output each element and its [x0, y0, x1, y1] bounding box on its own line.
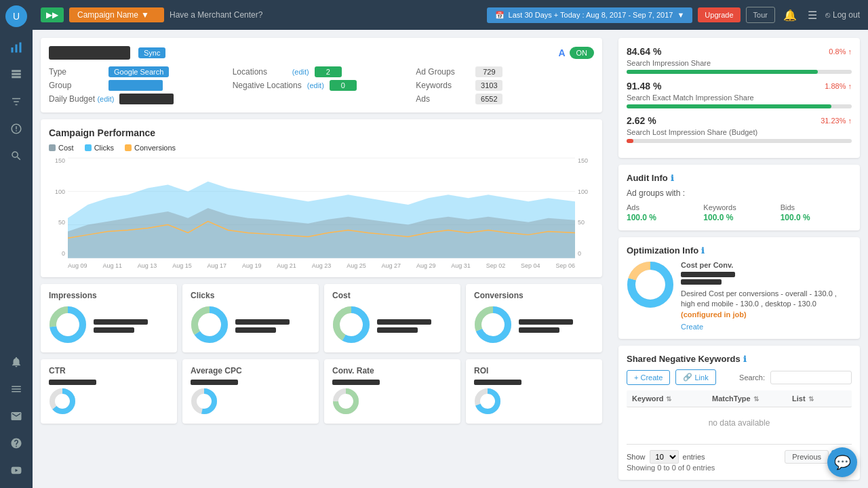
legend-clicks: Clicks	[85, 144, 114, 152]
logout-icon: ⎋	[825, 10, 830, 20]
keyword-sort-icon[interactable]: ⇅	[666, 395, 671, 403]
right-panel: 84.64 % 0.8% ↑ Search Impression Share 9…	[610, 30, 868, 488]
upgrade-button[interactable]: Upgrade	[698, 7, 740, 22]
sidebar-icon-menu[interactable]	[4, 377, 28, 401]
notification-icon[interactable]: 🔔	[781, 6, 800, 24]
menu-icon[interactable]: ☰	[805, 6, 820, 24]
roi-bar	[474, 380, 521, 385]
ad-groups-item: Ad Groups 729	[416, 66, 594, 77]
optim-title: Optimization Info ℹ	[627, 245, 852, 256]
play-button[interactable]: ▶▶	[41, 7, 64, 22]
roi-card: ROI	[466, 359, 602, 424]
cost-title: Cost	[332, 291, 452, 300]
clicks-content	[191, 306, 311, 346]
main-area: ▶▶ Campaign Name ▼ Have a Merchant Cente…	[33, 0, 868, 488]
search-label: Search:	[739, 373, 765, 382]
sidebar-icon-mail[interactable]	[4, 404, 28, 428]
list-sort-icon[interactable]: ⇅	[808, 395, 814, 403]
optim-details: Cost per Conv. Desired Cost per conversi…	[681, 261, 852, 331]
sidebar-icon-table[interactable]	[4, 62, 28, 87]
search-impression-fill	[627, 70, 818, 74]
conversions-pie	[474, 306, 512, 346]
topbar: ▶▶ Campaign Name ▼ Have a Merchant Cente…	[33, 0, 868, 30]
detail-row-right: Ad Groups 729 Keywords 3103 Ads 6552	[416, 66, 594, 104]
optimization-card: Optimization Info ℹ Cost per Conv.	[618, 237, 860, 339]
lost-impression-bar	[627, 139, 852, 143]
detail-row-middle: Locations (edit) 2 Negative Locations (e…	[233, 66, 411, 104]
optim-bar1	[681, 272, 735, 277]
keywords-search-input[interactable]	[770, 371, 852, 384]
clicks-title: Clicks	[191, 291, 311, 300]
campaign-title-input[interactable]	[49, 46, 130, 60]
sidebar-icon-bell[interactable]	[4, 350, 28, 374]
chevron-down-icon2: ▼	[677, 11, 684, 19]
budget-label: Daily Budget (edit)	[49, 94, 114, 104]
matchtype-sort-icon[interactable]: ⇅	[753, 395, 759, 403]
impressions-bars	[94, 319, 169, 333]
tour-button[interactable]: Tour	[746, 7, 775, 23]
search-impression-bar	[627, 70, 852, 74]
create-button[interactable]: + Create	[627, 370, 670, 385]
chart-area: Aug 09 Aug 11 Aug 13 Aug 15 Aug 17 Aug 1…	[68, 157, 575, 269]
avg-cpc-mini-pie	[191, 388, 218, 415]
group-label: Group	[49, 81, 103, 90]
keywords-card: Shared Negative Keywords ℹ + Create 🔗 Li…	[618, 346, 860, 480]
avg-cpc-bar	[191, 380, 238, 385]
ad-groups-label: Ad Groups	[416, 67, 470, 77]
keyword-col-header: Keyword ⇅	[632, 394, 712, 403]
sidebar-icon-youtube[interactable]	[4, 458, 28, 483]
logout-button[interactable]: ⎋ Log out	[825, 10, 860, 20]
sidebar-icon-search[interactable]	[4, 144, 28, 168]
group-bar	[108, 80, 163, 91]
sidebar-icon-chart[interactable]	[4, 35, 28, 60]
chat-button[interactable]: 💬	[827, 447, 857, 477]
lost-impression-change: 31.23% ↑	[821, 117, 852, 125]
impressions-title: Impressions	[49, 291, 169, 300]
neg-locations-edit[interactable]: (edit)	[307, 81, 324, 89]
budget-edit-link[interactable]: (edit)	[97, 95, 114, 103]
locations-item: Locations (edit) 2	[233, 66, 411, 77]
avatar[interactable]: U	[5, 5, 27, 27]
merchant-link[interactable]: Have a Merchant Center?	[170, 10, 481, 20]
link-button[interactable]: 🔗 Link	[675, 369, 715, 385]
date-range-button[interactable]: 📅 Last 30 Days + Today : Aug 8, 2017 - S…	[487, 7, 693, 23]
toggle-switch[interactable]: ON	[570, 47, 595, 59]
topbar-right: 📅 Last 30 Days + Today : Aug 8, 2017 - S…	[487, 6, 860, 24]
search-impression-pct: 84.64 %	[627, 46, 661, 57]
configured-label: (configured in job)	[681, 310, 747, 319]
prev-button[interactable]: Previous	[785, 450, 829, 464]
chart-title: Campaign Performance	[49, 127, 594, 138]
sync-button[interactable]: Sync	[138, 47, 165, 58]
cost-content	[332, 306, 452, 346]
ctr-mini-pie	[49, 388, 76, 415]
keywords-info-icon[interactable]: ℹ	[743, 354, 747, 364]
exact-match-header: 91.48 % 1.88% ↑	[627, 81, 852, 92]
optim-info-icon[interactable]: ℹ	[701, 246, 705, 256]
campaign-dropdown[interactable]: Campaign Name ▼	[69, 7, 164, 22]
sidebar-icon-filter[interactable]	[4, 89, 28, 114]
conversions-legend-dot	[125, 144, 132, 151]
svg-rect-1	[16, 45, 18, 53]
ctr-card: CTR	[41, 359, 177, 424]
roi-mini-pie	[474, 388, 501, 415]
neg-locations-label: Negative Locations	[233, 81, 302, 90]
locations-edit[interactable]: (edit)	[292, 68, 309, 76]
clicks-card: Clicks	[182, 284, 319, 352]
sidebar-icon-help[interactable]	[4, 431, 28, 455]
no-data-message: no data available	[627, 407, 852, 439]
roi-content	[474, 388, 594, 417]
sidebar-icon-tools[interactable]	[4, 117, 28, 141]
ads-count: 6552	[475, 94, 502, 104]
impression-shares-card: 84.64 % 0.8% ↑ Search Impression Share 9…	[618, 38, 860, 158]
entries-select[interactable]: 10 25 50	[650, 450, 679, 464]
lost-impression-item: 2.62 % 31.23% ↑ Search Lost Impression S…	[627, 115, 852, 143]
budget-item: Daily Budget (edit)	[49, 94, 227, 104]
audit-stat-ads: Ads 100.0 %	[627, 203, 698, 222]
plus-icon: +	[634, 373, 638, 382]
lost-impression-fill	[627, 139, 633, 143]
audit-info-icon[interactable]: ℹ	[671, 174, 674, 183]
conv-rate-mini-pie	[332, 388, 359, 415]
create-link[interactable]: Create	[681, 323, 852, 331]
type-item: Type Google Search	[49, 66, 227, 77]
link-icon: 🔗	[683, 373, 692, 382]
